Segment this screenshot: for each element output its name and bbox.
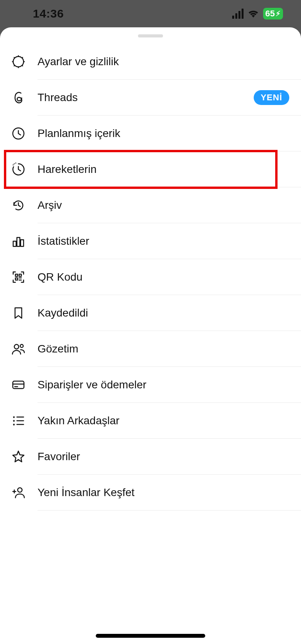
clock-icon	[11, 126, 38, 141]
menu-item-insights[interactable]: İstatistikler	[11, 223, 301, 259]
menu-item-label: Yakın Arkadaşlar	[38, 415, 120, 427]
separator	[38, 510, 301, 511]
menu-item-label: Kaydedildi	[38, 307, 88, 319]
menu-item-settings[interactable]: Ayarlar ve gizlilik	[11, 44, 301, 80]
svg-point-9	[20, 345, 23, 348]
history-icon	[11, 198, 38, 213]
svg-point-11	[18, 488, 22, 492]
battery-percent: 65	[265, 9, 275, 19]
wifi-icon	[247, 9, 259, 18]
star-list-icon	[11, 413, 38, 428]
gear-icon	[11, 54, 38, 69]
person-add-icon	[11, 485, 38, 500]
menu-item-discover[interactable]: Yeni İnsanlar Keşfet	[11, 475, 301, 511]
people-icon	[11, 342, 38, 356]
svg-rect-6	[19, 274, 22, 276]
svg-rect-10	[13, 381, 24, 389]
menu-item-activity[interactable]: Hareketlerin	[11, 151, 301, 187]
battery-indicator: 65⚡︎	[263, 8, 283, 20]
svg-rect-4	[21, 240, 24, 246]
svg-rect-5	[15, 274, 18, 276]
menu-item-threads[interactable]: ThreadsYENİ	[11, 80, 301, 116]
menu-item-archive[interactable]: Arşiv	[11, 187, 301, 223]
menu-item-label: Threads	[38, 91, 78, 104]
menu-item-label: QR Kodu	[38, 271, 82, 283]
status-icons: 65⚡︎	[232, 8, 283, 20]
menu-item-label: Hareketlerin	[38, 163, 97, 176]
menu-item-supervision[interactable]: Gözetim	[11, 331, 301, 367]
menu-item-label: Yeni İnsanlar Keşfet	[38, 486, 134, 499]
menu-item-label: Ayarlar ve gizlilik	[38, 55, 119, 68]
new-badge: YENİ	[254, 90, 289, 105]
bar-chart-icon	[11, 234, 38, 249]
menu-item-favorites[interactable]: Favoriler	[11, 439, 301, 475]
status-bar: 14:36 65⚡︎	[0, 0, 301, 27]
menu-item-label: Favoriler	[38, 450, 80, 463]
activity-clock-icon	[11, 162, 38, 177]
menu-item-label: Siparişler ve ödemeler	[38, 379, 147, 391]
bookmark-icon	[11, 306, 38, 320]
card-icon	[11, 377, 38, 392]
menu-sheet: Ayarlar ve gizlilikThreadsYENİPlanlanmış…	[0, 27, 301, 644]
menu-item-scheduled[interactable]: Planlanmış içerik	[11, 116, 301, 151]
svg-rect-3	[17, 238, 20, 247]
svg-point-8	[14, 345, 19, 349]
cellular-signal-icon	[232, 9, 244, 19]
menu-item-label: İstatistikler	[38, 235, 89, 247]
home-indicator[interactable]	[96, 634, 205, 638]
charging-bolt-icon: ⚡︎	[276, 9, 281, 18]
menu-item-saved[interactable]: Kaydedildi	[11, 295, 301, 331]
star-icon	[11, 449, 38, 464]
qr-icon	[11, 270, 38, 285]
menu-list: Ayarlar ve gizlilikThreadsYENİPlanlanmış…	[0, 44, 301, 511]
svg-rect-7	[15, 278, 18, 280]
menu-item-label: Arşiv	[38, 199, 62, 212]
menu-item-close-friends[interactable]: Yakın Arkadaşlar	[11, 403, 301, 439]
sheet-grabber[interactable]	[138, 34, 163, 37]
menu-item-orders[interactable]: Siparişler ve ödemeler	[11, 367, 301, 403]
svg-rect-2	[13, 241, 16, 246]
threads-icon	[11, 90, 38, 105]
menu-item-label: Planlanmış içerik	[38, 127, 120, 140]
menu-item-label: Gözetim	[38, 343, 78, 355]
status-time: 14:36	[33, 7, 64, 20]
menu-item-qr[interactable]: QR Kodu	[11, 259, 301, 295]
